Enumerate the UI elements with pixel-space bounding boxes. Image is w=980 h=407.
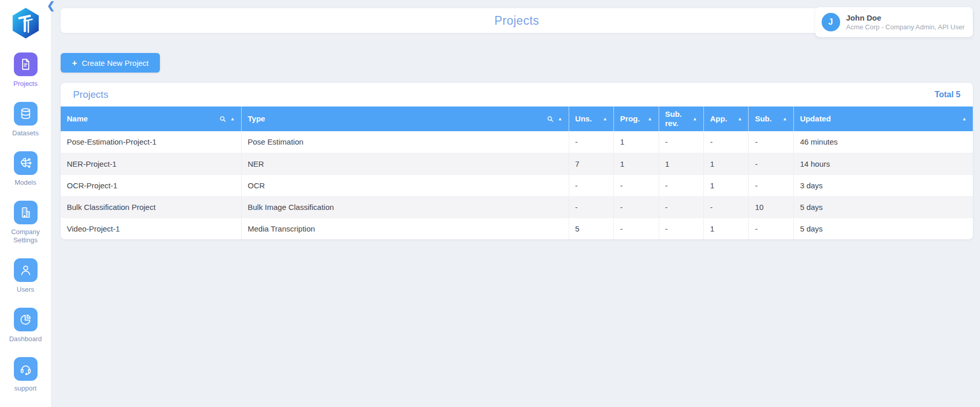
sidebar-item-users[interactable]: Users — [6, 258, 46, 294]
cell-type: Pose Estimation — [241, 131, 569, 153]
column-header-sub[interactable]: Sub. ▲ — [749, 107, 793, 131]
table-header-row: Name ▲ Type — [61, 107, 973, 131]
user-role: Acme Corp - Company Admin, API User — [846, 23, 965, 31]
cell-prog: - — [614, 196, 659, 218]
user-menu[interactable]: J John Doe Acme Corp - Company Admin, AP… — [815, 7, 973, 37]
sidebar-item-label: Models — [6, 179, 46, 187]
sort-asc-icon[interactable]: ▲ — [558, 117, 562, 121]
cell-sub: 10 — [749, 196, 793, 218]
sidebar-item-datasets[interactable]: Datasets — [6, 102, 46, 137]
column-header-name[interactable]: Name ▲ — [61, 107, 241, 131]
create-button-label: Create New Project — [82, 59, 149, 67]
cell-sub: - — [749, 153, 793, 174]
sidebar-item-label: Company Settings — [6, 228, 46, 244]
create-new-project-button[interactable]: + Create New Project — [61, 53, 160, 73]
sidebar-item-label: support — [6, 384, 46, 393]
user-name: John Doe — [846, 13, 965, 23]
cell-uns: - — [569, 131, 613, 153]
sidebar-collapse-icon[interactable]: ❮ — [47, 0, 55, 11]
sort-asc-icon[interactable]: ▲ — [230, 117, 235, 121]
cell-sub-rev: - — [659, 131, 703, 153]
table-row[interactable]: Bulk Classification Project Bulk Image C… — [61, 196, 973, 218]
sort-asc-icon[interactable]: ▲ — [603, 117, 607, 121]
cell-uns: - — [569, 196, 613, 218]
sort-asc-icon[interactable]: ▲ — [693, 117, 697, 121]
table-row[interactable]: Pose-Estimation-Project-1 Pose Estimatio… — [61, 131, 973, 153]
headset-icon — [14, 357, 38, 381]
document-icon — [14, 52, 38, 76]
column-header-prog[interactable]: Prog. ▲ — [614, 107, 659, 131]
cell-updated: 3 days — [793, 174, 973, 196]
column-header-uns[interactable]: Uns. ▲ — [569, 107, 613, 131]
cell-uns: 7 — [569, 153, 613, 174]
cell-name[interactable]: OCR-Project-1 — [61, 174, 241, 196]
cell-type: NER — [241, 153, 569, 174]
database-icon — [14, 102, 38, 126]
table-row[interactable]: Video-Project-1 Media Transcription 5 - … — [61, 218, 973, 239]
cell-app: - — [703, 131, 748, 153]
cell-sub-rev: - — [659, 218, 703, 239]
cell-sub: - — [749, 174, 793, 196]
sort-asc-icon[interactable]: ▲ — [738, 117, 742, 121]
cell-updated: 5 days — [793, 218, 973, 239]
column-header-type[interactable]: Type ▲ — [241, 107, 569, 131]
sidebar-item-models[interactable]: Models — [6, 151, 46, 187]
card-header: Projects Total 5 — [61, 83, 973, 107]
cell-name[interactable]: Bulk Classification Project — [61, 196, 241, 218]
cell-app: 1 — [703, 218, 748, 239]
cell-app: 1 — [703, 174, 748, 196]
cell-name[interactable]: NER-Project-1 — [61, 153, 241, 174]
avatar: J — [822, 13, 840, 31]
search-icon[interactable] — [547, 115, 554, 123]
table-row[interactable]: NER-Project-1 NER 7 1 1 1 - 14 hours — [61, 153, 973, 174]
projects-table: Name ▲ Type — [61, 107, 973, 239]
cell-sub-rev: 1 — [659, 153, 703, 174]
cell-updated: 5 days — [793, 196, 973, 218]
cell-sub-rev: - — [659, 196, 703, 218]
sidebar-item-label: Dashboard — [6, 335, 46, 343]
cell-type: Media Transcription — [241, 218, 569, 239]
cell-name[interactable]: Video-Project-1 — [61, 218, 241, 239]
cell-prog: 1 — [614, 153, 659, 174]
cell-prog: 1 — [614, 131, 659, 153]
cell-sub-rev: - — [659, 174, 703, 196]
cell-prog: - — [614, 174, 659, 196]
building-icon — [14, 201, 38, 224]
sidebar-item-dashboard[interactable]: Dashboard — [6, 308, 46, 343]
cell-sub: - — [749, 131, 793, 153]
brain-icon — [14, 151, 38, 175]
sidebar-item-label: Projects — [6, 80, 46, 88]
cell-prog: - — [614, 218, 659, 239]
sidebar-item-company-settings[interactable]: Company Settings — [6, 201, 46, 244]
cell-updated: 46 minutes — [793, 131, 973, 153]
card-title: Projects — [73, 89, 108, 100]
hexagon-logo-icon — [11, 7, 41, 39]
cell-type: OCR — [241, 174, 569, 196]
column-header-app[interactable]: App. ▲ — [703, 107, 748, 131]
user-icon — [14, 258, 38, 282]
projects-card: Projects Total 5 Name — [61, 83, 973, 239]
main-content: ❮ Projects J John Doe Acme Corp - Compan… — [51, 0, 980, 407]
sort-asc-icon[interactable]: ▲ — [783, 117, 787, 121]
column-header-sub-rev[interactable]: Sub. rev. ▲ — [659, 107, 703, 131]
sidebar-item-label: Users — [6, 286, 46, 294]
cell-sub: - — [749, 218, 793, 239]
sidebar-item-projects[interactable]: Projects — [6, 52, 46, 88]
sort-asc-icon[interactable]: ▲ — [962, 117, 967, 121]
pie-chart-icon — [14, 308, 38, 331]
cell-app: 1 — [703, 153, 748, 174]
sidebar: Projects Datasets Models — [0, 0, 51, 407]
sidebar-item-label: Datasets — [6, 129, 46, 137]
cell-app: - — [703, 196, 748, 218]
table-row[interactable]: OCR-Project-1 OCR - - - 1 - 3 days — [61, 174, 973, 196]
cell-type: Bulk Image Classification — [241, 196, 569, 218]
app-logo[interactable] — [11, 7, 41, 39]
cell-name[interactable]: Pose-Estimation-Project-1 — [61, 131, 241, 153]
search-icon[interactable] — [219, 115, 227, 123]
column-header-updated[interactable]: Updated ▲ — [793, 107, 973, 131]
plus-icon: + — [72, 59, 77, 67]
total-count: Total 5 — [935, 90, 960, 99]
sort-asc-icon[interactable]: ▲ — [648, 117, 652, 121]
cell-uns: - — [569, 174, 613, 196]
sidebar-item-support[interactable]: support — [6, 357, 46, 393]
